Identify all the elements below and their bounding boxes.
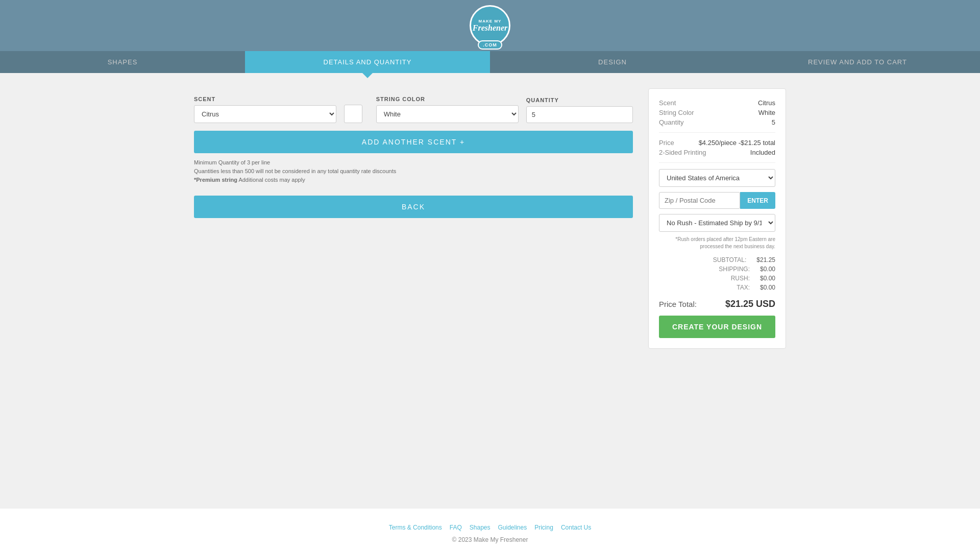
tax-row: TAX: $0.00 (659, 284, 775, 291)
footer-pricing[interactable]: Pricing (534, 524, 553, 531)
create-design-button[interactable]: CREATE YOUR DESIGN (659, 316, 775, 338)
left-panel: SCENT Citrus Vanilla Fresh Linen Lavende… (194, 88, 633, 218)
rush-row: RUSH: $0.00 (659, 275, 775, 282)
scent-select[interactable]: Citrus Vanilla Fresh Linen Lavender New … (194, 105, 336, 123)
scent-group: SCENT Citrus Vanilla Fresh Linen Lavende… (194, 96, 336, 123)
note-quantity: Quantities less than 500 will not be con… (194, 168, 633, 174)
main-content: SCENT Citrus Vanilla Fresh Linen Lavende… (184, 73, 796, 364)
summary-price-label: Price (659, 139, 674, 147)
summary-scent-row: Scent Citrus (659, 99, 775, 107)
navigation: SHAPES DETAILS AND QUANTITY DESIGN REVIE… (0, 51, 980, 73)
summary-price-value: $4.250/piece -$21.25 total (699, 139, 775, 147)
footer-faq[interactable]: FAQ (450, 524, 462, 531)
summary-quantity-row: Quantity 5 (659, 118, 775, 126)
logo-sub: .COM (478, 40, 502, 50)
summary-price-row: Price $4.250/piece -$21.25 total (659, 139, 775, 147)
nav-shapes[interactable]: SHAPES (0, 51, 245, 73)
nav-details[interactable]: DETAILS AND QUANTITY (245, 51, 490, 73)
rush-note: *Rush orders placed after 12pm Eastern a… (659, 236, 775, 250)
quantity-input[interactable] (526, 106, 633, 123)
footer-terms[interactable]: Terms & Conditions (389, 524, 442, 531)
summary-two-sided-row: 2-Sided Printing Included (659, 149, 775, 156)
rush-label: RUSH: (731, 275, 750, 282)
footer-shapes[interactable]: Shapes (470, 524, 491, 531)
totals-section: SUBTOTAL: $21.25 SHIPPING: $0.00 RUSH: $… (659, 256, 775, 291)
string-color-group: STRING COLOR White Black Red Blue Green (376, 96, 519, 123)
summary-divider-1 (659, 132, 775, 133)
string-color-field-label: STRING COLOR (376, 96, 519, 102)
tax-label: TAX: (737, 284, 750, 291)
string-color-swatch-group: STRING COLOR (344, 88, 369, 123)
logo[interactable]: MAKE MY Freshener .COM (470, 5, 510, 46)
subtotal-value: $21.25 (756, 256, 775, 263)
logo-main: Freshener (473, 23, 507, 33)
nav-design[interactable]: DESIGN (490, 51, 735, 73)
footer: Terms & Conditions FAQ Shapes Guidelines… (0, 509, 980, 551)
note-premium: *Premium string Additional costs may app… (194, 177, 633, 183)
zip-input[interactable] (659, 192, 740, 209)
scent-label: SCENT (194, 96, 336, 102)
summary-string-color-label: String Color (659, 109, 694, 116)
logo-line1: MAKE MY (479, 19, 502, 23)
footer-guidelines[interactable]: Guidelines (498, 524, 527, 531)
subtotal-label: SUBTOTAL: (713, 256, 747, 263)
quantity-label: QUANTITY (526, 97, 633, 103)
price-total-label: Price Total: (659, 300, 697, 308)
note-premium-bold: *Premium string (194, 177, 237, 183)
summary-two-sided-value: Included (750, 149, 775, 156)
footer-copyright: © 2023 Make My Freshener (0, 536, 980, 543)
summary-divider-2 (659, 162, 775, 163)
summary-two-sided-label: 2-Sided Printing (659, 149, 706, 156)
add-scent-button[interactable]: ADD ANOTHER SCENT + (194, 131, 633, 153)
logo-badge: MAKE MY Freshener .COM (470, 5, 510, 46)
string-color-select[interactable]: White Black Red Blue Green (376, 105, 519, 123)
shipping-select[interactable]: No Rush - Estimated Ship by 9/13 Rush - … (659, 214, 775, 232)
price-total-row: Price Total: $21.25 USD (659, 299, 775, 309)
back-button[interactable]: BACK (194, 196, 633, 218)
footer-links: Terms & Conditions FAQ Shapes Guidelines… (0, 524, 980, 531)
right-panel: Scent Citrus String Color White Quantity… (648, 88, 786, 349)
note-premium-rest: Additional costs may apply (237, 177, 305, 183)
footer-contact[interactable]: Contact Us (561, 524, 591, 531)
summary-scent-value: Citrus (758, 99, 775, 107)
zip-row: ENTER (659, 192, 775, 209)
nav-review[interactable]: REVIEW AND ADD TO CART (735, 51, 980, 73)
summary-quantity-value: 5 (772, 118, 775, 126)
shipping-value: $0.00 (760, 266, 775, 273)
summary-scent-label: Scent (659, 99, 676, 107)
color-swatch (344, 105, 362, 123)
shipping-row: SHIPPING: $0.00 (659, 266, 775, 273)
subtotal-row: SUBTOTAL: $21.25 (659, 256, 775, 263)
price-total-value: $21.25 USD (725, 299, 775, 309)
tax-value: $0.00 (760, 284, 775, 291)
summary-quantity-label: Quantity (659, 118, 683, 126)
zip-enter-button[interactable]: ENTER (740, 192, 775, 209)
quantity-group: QUANTITY (526, 97, 633, 123)
shipping-label: SHIPPING: (719, 266, 750, 273)
country-select[interactable]: United States of America Canada United K… (659, 169, 775, 187)
summary-string-color-value: White (758, 109, 775, 116)
field-row: SCENT Citrus Vanilla Fresh Linen Lavende… (194, 88, 633, 123)
note-minimum: Minimum Quantity of 3 per line (194, 159, 633, 165)
rush-value: $0.00 (760, 275, 775, 282)
summary-string-color-row: String Color White (659, 109, 775, 116)
header: MAKE MY Freshener .COM (0, 0, 980, 51)
